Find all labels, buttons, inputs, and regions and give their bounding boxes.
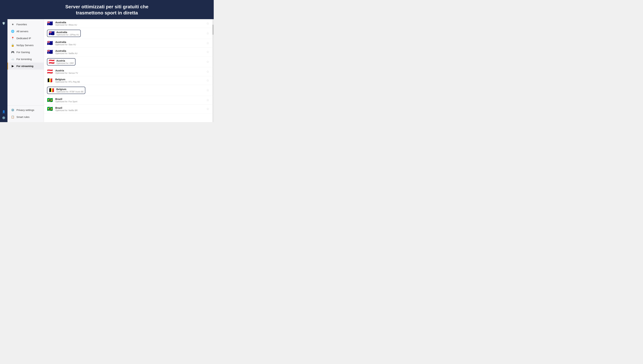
server-info: Brazil Optimized for: Fox Sport <box>55 98 204 103</box>
flag-icon: 🇦🇺 <box>47 50 53 54</box>
sidebar-item-privacy-settings[interactable]: ⚙️ Privacy settings <box>8 106 44 114</box>
vpn-logo-icon[interactable]: 🛡️ <box>1 21 6 26</box>
server-optimized: Optimized for: 10Play AU <box>56 34 79 36</box>
scrollbar[interactable] <box>212 19 214 122</box>
server-item-be-rtbf[interactable]: 🇧🇪 Belgium Optimized for: RTBF Auvio BE … <box>44 85 212 96</box>
server-optimized: Optimized for: Netflix BR <box>55 109 204 112</box>
favorites-icon: ★ <box>11 23 14 26</box>
favorite-button[interactable]: ☆ <box>206 50 209 54</box>
server-item-at-servus[interactable]: 🇦🇹 Austria Optimized for: Servus TV ☆ <box>44 67 212 76</box>
favorite-button[interactable]: ☆ <box>206 88 209 92</box>
sidebar-item-nospy-label: NoSpy Servers <box>16 44 34 47</box>
sidebar-item-all-servers[interactable]: 🌐 All servers <box>8 28 44 35</box>
server-item-be-rtl[interactable]: 🇧🇪 Belgium Optimized for: RTL Play BE ☆ <box>44 76 212 85</box>
server-optimized: Optimized for: Netflix AU <box>55 52 204 54</box>
server-info: Australia Optimized for: 9Now AU <box>55 21 204 26</box>
sidebar-item-favorites[interactable]: ★ Favorites <box>8 21 44 28</box>
server-selected-box: 🇦🇺 Australia Optimized for: 10Play AU <box>47 30 81 37</box>
favorite-button[interactable]: ☆ <box>206 70 209 74</box>
server-item-br-fox[interactable]: 🇧🇷 Brazil Optimized for: Fox Sport ☆ <box>44 96 212 105</box>
server-info: Belgium Optimized for: RTL Play BE <box>55 78 204 83</box>
server-name: Australia <box>56 31 79 34</box>
gaming-icon: 🎮 <box>11 50 14 54</box>
sidebar-item-smart-rules[interactable]: 📋 Smart rules <box>8 114 44 120</box>
flag-icon: 🇦🇹 <box>47 69 53 74</box>
server-name: Brazil <box>55 98 204 100</box>
favorite-button[interactable]: ☆ <box>206 78 209 82</box>
flag-icon: 🇦🇺 <box>47 41 53 46</box>
sidebar-item-gaming-label: For Gaming <box>16 51 30 54</box>
server-info: Australia Optimized for: 10Play AU <box>56 31 79 36</box>
server-optimized: Optimized for: ORF <box>56 62 74 64</box>
flag-icon: 🇦🇹 <box>49 59 54 64</box>
icon-sidebar-top: 🛡️ <box>1 20 6 109</box>
sidebar-item-for-gaming[interactable]: 🎮 For Gaming <box>8 49 44 56</box>
favorite-button[interactable]: ☆ <box>206 21 209 26</box>
server-item-at-orf[interactable]: 🇦🇹 Austria Optimized for: ORF ☆ <box>44 56 212 67</box>
server-optimized: Optimized for: Stan AU <box>55 44 204 46</box>
favorite-button[interactable]: ☆ <box>206 107 209 111</box>
flag-icon: 🇦🇺 <box>49 31 54 36</box>
server-optimized: Optimized for: Servus TV <box>55 72 204 74</box>
sidebar-item-for-torrenting[interactable]: ☁️ For torrenting <box>8 56 44 62</box>
server-item-au-stan[interactable]: 🇦🇺 Australia Optimized for: Stan AU ☆ <box>44 39 212 48</box>
sidebar-item-privacy-label: Privacy settings <box>16 108 34 112</box>
server-selected-box: 🇧🇪 Belgium Optimized for: RTBF Auvio BE <box>47 87 85 94</box>
icon-sidebar-bottom: 👤 ⚙️ <box>1 109 6 122</box>
streaming-icon: ▶ <box>11 64 14 68</box>
server-selected-box: 🇦🇹 Austria Optimized for: ORF <box>47 58 76 66</box>
server-name: Austria <box>56 59 74 62</box>
banner: Server ottimizzati per siti gratuiti che… <box>0 0 214 19</box>
server-info: Austria Optimized for: Servus TV <box>55 69 204 74</box>
server-info: Australia Optimized for: Netflix AU <box>55 49 204 54</box>
server-name: Austria <box>55 69 204 72</box>
server-list[interactable]: 🇦🇺 Australia Optimized for: 9Now AU ☆ 🇦🇺… <box>44 19 212 122</box>
sidebar-item-for-streaming[interactable]: ▶ For streaming <box>8 62 44 70</box>
favorite-button[interactable]: ☆ <box>206 31 209 35</box>
favorite-button[interactable]: ☆ <box>206 60 209 64</box>
server-optimized: Optimized for: Fox Sport <box>55 100 204 103</box>
sidebar-item-favorites-label: Favorites <box>16 23 27 26</box>
flag-icon: 🇧🇷 <box>47 106 53 111</box>
server-info: Austria Optimized for: ORF <box>56 59 74 64</box>
nav-spacer <box>8 70 44 105</box>
server-name: Australia <box>55 40 204 44</box>
server-optimized: Optimized for: RTL Play BE <box>55 81 204 83</box>
smart-rules-icon: 📋 <box>11 115 14 118</box>
server-item-au-9now[interactable]: 🇦🇺 Australia Optimized for: 9Now AU ☆ <box>44 19 212 28</box>
nav-sidebar: ★ Favorites 🌐 All servers 📍 Dedicated IP… <box>8 19 44 122</box>
sidebar-item-nospy-servers[interactable]: 🔒 NoSpy Servers <box>8 42 44 49</box>
sidebar-item-all-servers-label: All servers <box>16 30 28 33</box>
server-name: Australia <box>55 49 204 52</box>
server-name: Australia <box>55 21 204 24</box>
flag-icon: 🇦🇺 <box>47 21 53 26</box>
banner-line1: Server ottimizzati per siti gratuiti che <box>7 4 207 10</box>
server-name: Brazil <box>55 106 204 109</box>
favorite-button[interactable]: ☆ <box>206 41 209 45</box>
server-optimized: Optimized for: 9Now AU <box>55 24 204 26</box>
server-optimized: Optimized for: RTBF Auvio BE <box>56 90 84 93</box>
nav-sidebar-bottom: ⚙️ Privacy settings 📋 Smart rules <box>8 105 44 120</box>
torrenting-icon: ☁️ <box>11 58 14 61</box>
sidebar-item-dedicated-ip-label: Dedicated IP <box>16 37 31 40</box>
server-item-br-netflix[interactable]: 🇧🇷 Brazil Optimized for: Netflix BR ☆ <box>44 105 212 114</box>
scrollbar-thumb[interactable] <box>212 24 214 35</box>
dedicated-ip-icon: 📍 <box>11 37 14 40</box>
server-info: Belgium Optimized for: RTBF Auvio BE <box>56 88 84 93</box>
flag-icon: 🇧🇪 <box>47 78 53 83</box>
server-info: Brazil Optimized for: Netflix BR <box>55 106 204 112</box>
flag-icon: 🇧🇪 <box>49 88 54 92</box>
settings-icon[interactable]: ⚙️ <box>1 115 6 120</box>
icon-sidebar: 🛡️ 👤 ⚙️ <box>0 19 8 122</box>
user-icon[interactable]: 👤 <box>1 109 6 114</box>
app-container: 🛡️ 👤 ⚙️ ★ Favorites 🌐 All servers 📍 Dedi… <box>0 19 214 122</box>
all-servers-icon: 🌐 <box>11 30 14 33</box>
server-info: Australia Optimized for: Stan AU <box>55 40 204 46</box>
sidebar-item-torrenting-label: For torrenting <box>16 58 32 60</box>
server-item-au-10play[interactable]: 🇦🇺 Australia Optimized for: 10Play AU ☆ <box>44 28 212 39</box>
sidebar-item-dedicated-ip[interactable]: 📍 Dedicated IP <box>8 35 44 42</box>
sidebar-item-smart-rules-label: Smart rules <box>16 116 30 118</box>
favorite-button[interactable]: ☆ <box>206 98 209 102</box>
server-item-au-netflix[interactable]: 🇦🇺 Australia Optimized for: Netflix AU ☆ <box>44 48 212 56</box>
server-name: Belgium <box>55 78 204 81</box>
